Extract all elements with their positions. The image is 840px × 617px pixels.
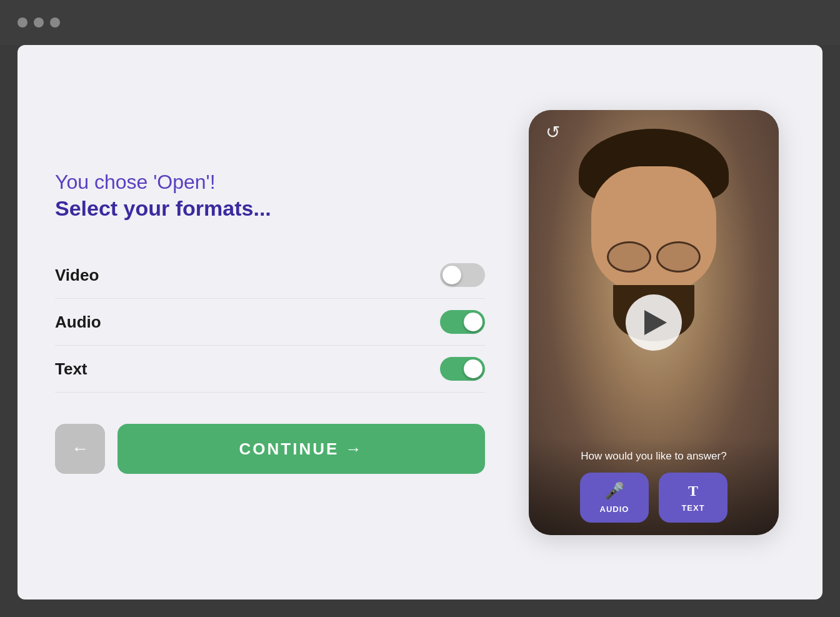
text-answer-button[interactable]: T TEXT xyxy=(659,473,728,523)
phone-frame: ↺ How would you like to answer? 🎤 AUDIO xyxy=(529,110,779,535)
video-area: ↺ How would you like to answer? 🎤 AUDIO xyxy=(529,110,779,535)
continue-label: CONTINUE → xyxy=(239,439,364,459)
face xyxy=(591,166,716,291)
audio-toggle-track xyxy=(440,310,485,334)
back-arrow-icon: ← xyxy=(71,439,89,459)
format-row-text: Text xyxy=(55,346,485,393)
video-toggle-track xyxy=(440,263,485,287)
text-answer-label: TEXT xyxy=(681,503,704,513)
right-panel: ↺ How would you like to answer? 🎤 AUDIO xyxy=(522,110,785,535)
format-label-audio: Audio xyxy=(55,313,101,332)
audio-toggle[interactable] xyxy=(440,310,485,334)
video-toggle[interactable] xyxy=(440,263,485,287)
titlebar-dot-2 xyxy=(34,18,44,28)
reload-button[interactable]: ↺ xyxy=(541,121,564,144)
video-toggle-thumb xyxy=(442,266,461,284)
reload-icon: ↺ xyxy=(546,122,560,143)
audio-toggle-thumb xyxy=(464,313,482,331)
video-bottom-overlay: How would you like to answer? 🎤 AUDIO T … xyxy=(529,438,779,535)
main-window: You chose 'Open'! Select your formats...… xyxy=(18,45,822,599)
left-panel: You chose 'Open'! Select your formats...… xyxy=(55,171,485,474)
text-icon: T xyxy=(688,483,698,499)
heading-line1: You chose 'Open'! xyxy=(55,171,485,194)
heading-line2: Select your formats... xyxy=(55,196,485,221)
back-button[interactable]: ← xyxy=(55,424,105,474)
continue-button[interactable]: CONTINUE → xyxy=(118,424,485,474)
answer-buttons-row: 🎤 AUDIO T TEXT xyxy=(541,473,766,523)
glasses-right-lens xyxy=(656,241,701,273)
glasses-left-lens xyxy=(607,241,651,273)
audio-answer-label: AUDIO xyxy=(600,504,629,514)
titlebar-dot-1 xyxy=(18,18,28,28)
titlebar xyxy=(0,0,840,45)
microphone-icon: 🎤 xyxy=(604,481,624,501)
audio-answer-button[interactable]: 🎤 AUDIO xyxy=(580,473,649,523)
format-label-video: Video xyxy=(55,266,99,285)
text-toggle-thumb xyxy=(464,359,482,378)
answer-question-text: How would you like to answer? xyxy=(541,450,766,463)
format-row-video: Video xyxy=(55,252,485,299)
format-label-text: Text xyxy=(55,359,88,379)
format-row-audio: Audio xyxy=(55,299,485,346)
text-toggle-track xyxy=(440,357,485,381)
play-button[interactable] xyxy=(626,294,682,351)
titlebar-dot-3 xyxy=(50,18,60,28)
glasses xyxy=(607,241,701,273)
play-triangle-icon xyxy=(644,310,667,335)
buttons-row: ← CONTINUE → xyxy=(55,424,485,474)
text-toggle[interactable] xyxy=(440,357,485,381)
